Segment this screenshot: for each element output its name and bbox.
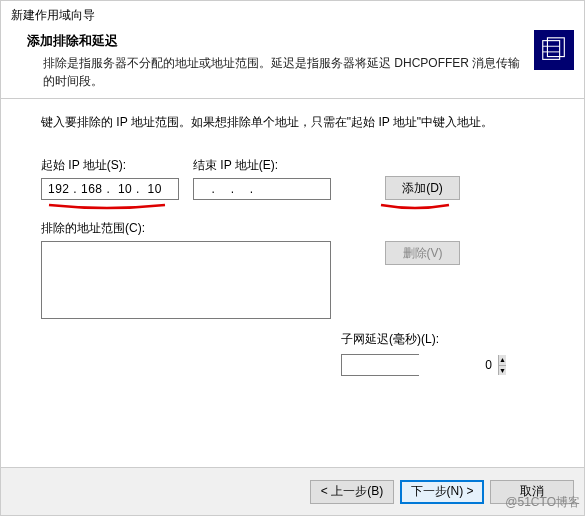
annotation-underline-add [379,202,451,210]
delay-input[interactable] [342,355,498,375]
spinner-down-icon[interactable]: ▼ [499,366,506,376]
header-title: 添加排除和延迟 [27,32,526,50]
delay-spinner[interactable]: ▲ ▼ [341,354,419,376]
excluded-range-label: 排除的地址范围(C): [41,220,548,237]
next-button[interactable]: 下一步(N) > [400,480,484,504]
add-button[interactable]: 添加(D) [385,176,460,200]
instruction-text: 键入要排除的 IP 地址范围。如果想排除单个地址，只需在"起始 IP 地址"中键… [41,113,548,131]
excluded-range-list[interactable] [41,241,331,319]
start-ip-input[interactable] [41,178,179,200]
end-ip-input[interactable] [193,178,331,200]
start-ip-label: 起始 IP 地址(S): [41,157,179,174]
header-description: 排除是指服务器不分配的地址或地址范围。延迟是指服务器将延迟 DHCPOFFER … [27,54,526,90]
window-title: 新建作用域向导 [1,1,584,28]
delete-button[interactable]: 删除(V) [385,241,460,265]
server-icon [534,30,574,70]
wizard-nav-bar: < 上一步(B) 下一步(N) > 取消 [1,467,584,515]
end-ip-label: 结束 IP 地址(E): [193,157,331,174]
spinner-up-icon[interactable]: ▲ [499,355,506,366]
delay-label: 子网延迟(毫秒)(L): [341,331,548,348]
wizard-header: 添加排除和延迟 排除是指服务器不分配的地址或地址范围。延迟是指服务器将延迟 DH… [1,28,584,99]
watermark-text: @51CTO博客 [505,494,580,511]
annotation-underline-ip [47,202,167,210]
back-button[interactable]: < 上一步(B) [310,480,394,504]
